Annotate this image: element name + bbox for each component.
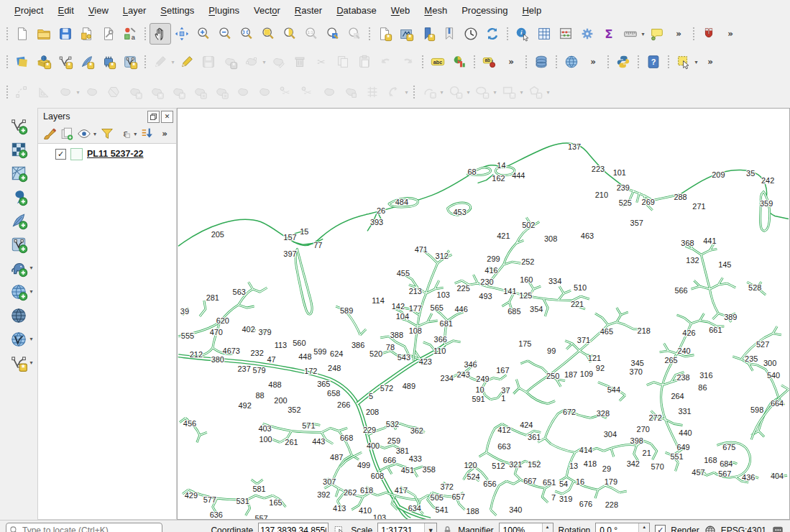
new-project-button[interactable] <box>12 23 33 45</box>
toolbar-handle[interactable] <box>636 54 640 70</box>
add-ring-button[interactable]: * <box>146 81 167 103</box>
label-overflow-icon[interactable]: » <box>500 51 522 73</box>
zoom-out-button[interactable] <box>214 23 236 45</box>
paste-features-button[interactable] <box>354 51 375 73</box>
open-attribute-table-button[interactable] <box>533 23 555 45</box>
select-overflow-icon[interactable]: » <box>699 51 721 73</box>
identify-features-button[interactable]: i <box>512 23 533 45</box>
magnifier-input[interactable] <box>500 523 542 532</box>
processing-toolbox-button[interactable] <box>577 23 598 45</box>
toolbar-handle[interactable] <box>606 54 610 70</box>
offset-curve-button[interactable] <box>232 81 254 103</box>
new-3d-map-view-button[interactable]: * <box>395 23 417 45</box>
cad-tools-button[interactable] <box>33 81 55 103</box>
add-ellipse-button[interactable]: * <box>472 81 493 103</box>
add-wms-layer-button[interactable]: ▾ <box>3 280 35 303</box>
add-wms-layer-dropdown-icon[interactable]: ▾ <box>28 288 35 295</box>
select-features-dropdown-icon[interactable]: ▾ <box>693 59 699 65</box>
manage-map-themes-dropdown-icon[interactable]: ▾ <box>91 131 98 137</box>
messages-icon[interactable] <box>771 524 784 532</box>
new-spatialite-layer-button[interactable]: * <box>76 51 98 73</box>
filter-legend-button[interactable] <box>98 125 115 142</box>
measure-dropdown-icon[interactable]: ▾ <box>640 31 646 37</box>
toolbar-handle[interactable] <box>554 54 559 70</box>
zoom-to-selection-button[interactable] <box>257 23 279 45</box>
new-geopackage-layer-button[interactable]: * <box>33 51 55 73</box>
layer-diagram-button[interactable] <box>449 51 470 73</box>
toolbar-handle[interactable] <box>421 54 425 70</box>
temporal-controller-button[interactable] <box>460 23 482 45</box>
locator-box[interactable] <box>6 523 162 532</box>
layer-labeling-button[interactable]: abc <box>427 51 449 73</box>
zoom-native-button[interactable]: 1:1 <box>300 23 322 45</box>
menu-vector[interactable]: Vector <box>247 2 288 19</box>
undo-button[interactable] <box>375 51 397 73</box>
toolbar-handle[interactable] <box>5 84 9 100</box>
new-shapefile-layer-dock-button[interactable]: *▾ <box>3 351 35 375</box>
merge-features-button[interactable] <box>318 81 340 103</box>
delete-ring-button[interactable]: × <box>189 81 211 103</box>
split-parts-button[interactable]: ✂ <box>297 81 318 103</box>
layer-checkbox[interactable]: ✓ <box>55 149 66 160</box>
style-manager-button[interactable]: a <box>119 23 141 45</box>
menu-raster[interactable]: Raster <box>288 2 329 19</box>
web-overflow-icon[interactable]: » <box>582 51 604 73</box>
modify-attributes-button[interactable] <box>267 51 289 73</box>
current-edits-button[interactable] <box>150 51 171 73</box>
split-features-button[interactable]: ✂ <box>275 81 297 103</box>
toolbar-handle[interactable] <box>666 54 671 70</box>
toolbar-handle[interactable] <box>367 26 372 42</box>
show-spatial-bookmarks-button[interactable] <box>438 23 460 45</box>
select-features-button[interactable] <box>673 51 694 73</box>
delete-selected-button[interactable] <box>289 51 311 73</box>
add-postgis-layer-dropdown-icon[interactable]: ▾ <box>28 265 35 271</box>
statistical-summary-button[interactable] <box>555 23 577 45</box>
manage-map-themes-button[interactable] <box>75 125 92 142</box>
db-manager-button[interactable] <box>531 51 552 73</box>
redo-button[interactable] <box>397 51 418 73</box>
add-wfs-layer-button[interactable]: ▾ <box>3 327 35 351</box>
toolbar-handle[interactable] <box>692 26 696 42</box>
pan-map-button[interactable] <box>150 23 171 45</box>
vertex-tool-button[interactable] <box>241 51 262 73</box>
metasearch-button[interactable] <box>561 51 582 73</box>
scale-input[interactable] <box>378 523 424 532</box>
measure-button[interactable] <box>620 23 641 45</box>
add-circle-button[interactable]: * <box>445 81 467 103</box>
crs-label[interactable]: EPSG:4301 <box>721 526 766 532</box>
add-vector-layer-button[interactable] <box>3 114 35 137</box>
show-layout-manager-button[interactable] <box>98 23 119 45</box>
panel-close-icon[interactable]: ✕ <box>161 111 173 123</box>
panel-overflow-icon[interactable]: » <box>157 125 173 142</box>
menu-mesh[interactable]: Mesh <box>417 2 454 19</box>
map-canvas[interactable]: 1376814162444223101209352422102395252692… <box>177 108 790 520</box>
add-regular-polygon-button[interactable]: * <box>525 81 546 103</box>
rotation-spinbox[interactable]: ▲▼ <box>595 523 650 532</box>
python-console-button[interactable] <box>612 51 634 73</box>
map-tips-button[interactable] <box>646 23 668 45</box>
move-feature-button[interactable] <box>55 81 76 103</box>
open-layer-styling-button[interactable] <box>41 125 58 142</box>
toolbar-handle[interactable] <box>143 54 147 70</box>
toolbar-handle[interactable] <box>505 26 510 42</box>
save-layer-edits-button[interactable] <box>198 51 219 73</box>
lock-icon[interactable] <box>442 525 453 532</box>
pan-map-to-selection-button[interactable] <box>171 23 193 45</box>
fill-ring-button[interactable]: * <box>167 81 189 103</box>
add-rectangle-button[interactable]: * <box>498 81 520 103</box>
new-shapefile-layer-button[interactable]: * <box>55 51 76 73</box>
reshape-features-button[interactable] <box>254 81 275 103</box>
menu-view[interactable]: View <box>81 2 116 19</box>
circular-string-button[interactable]: * <box>418 81 440 103</box>
scale-feature-button[interactable] <box>103 81 124 103</box>
add-wfs-layer-dropdown-icon[interactable]: ▾ <box>28 336 35 342</box>
menu-settings[interactable]: Settings <box>153 2 201 19</box>
toolbar-overflow-2-icon[interactable]: » <box>720 23 741 45</box>
menu-database[interactable]: Database <box>329 2 384 19</box>
new-map-view-button[interactable]: * <box>374 23 395 45</box>
coordinate-input[interactable] <box>258 523 329 532</box>
zoom-last-button[interactable]: < <box>322 23 344 45</box>
toolbar-overflow-icon[interactable]: » <box>668 23 689 45</box>
add-spatialite-layer-button[interactable] <box>3 208 35 232</box>
rotate-feature-button[interactable] <box>81 81 103 103</box>
